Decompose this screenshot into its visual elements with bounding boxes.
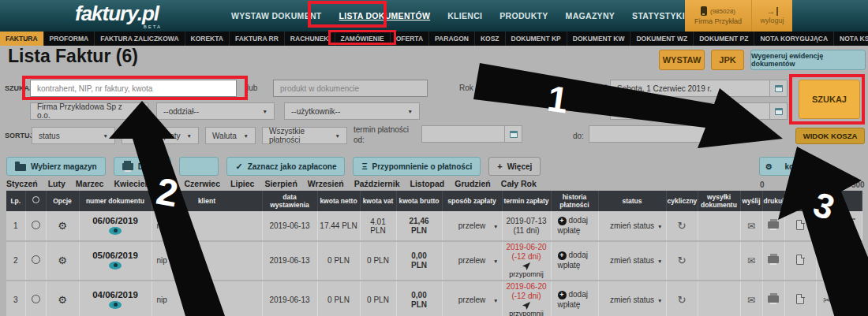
month-item[interactable]: Sierpień bbox=[264, 179, 297, 188]
document-number-cell[interactable]: 05/06/2019 bbox=[79, 241, 152, 281]
add-payment-icon[interactable]: + bbox=[558, 251, 567, 260]
month-item[interactable]: Marzec bbox=[76, 179, 104, 188]
header-podobny[interactable]: podobny bbox=[784, 191, 816, 211]
month-item[interactable]: Maj bbox=[160, 179, 174, 188]
trash-icon[interactable] bbox=[846, 295, 854, 304]
header-sposob[interactable]: sposób zapłaty bbox=[442, 191, 502, 211]
row-select-cell[interactable] bbox=[25, 281, 46, 316]
envelope-icon[interactable]: ✉ bbox=[747, 255, 755, 266]
scissors-icon[interactable]: ✂ bbox=[823, 295, 831, 306]
similar-cell[interactable] bbox=[784, 211, 816, 241]
calendar-icon[interactable] bbox=[769, 80, 787, 96]
payments-filter-select[interactable]: Wszystkie płatności ▼ bbox=[262, 127, 347, 144]
year-select[interactable]: ---- ▼ bbox=[478, 80, 554, 97]
document-number-cell[interactable]: 06/06/2019 bbox=[79, 211, 152, 241]
recurring-cell[interactable]: ↻ bbox=[666, 281, 698, 316]
nav-item[interactable]: STATYSTYKI bbox=[632, 11, 685, 20]
page-size-option[interactable]: 0 bbox=[760, 180, 765, 189]
similar-cell[interactable] bbox=[784, 281, 816, 316]
reminder-link[interactable]: przypomnij bbox=[504, 302, 549, 316]
widok-kosza-button[interactable]: WIDOK KOSZA bbox=[795, 128, 865, 144]
tab[interactable]: FAKTURA RR bbox=[230, 32, 285, 46]
tab[interactable]: DOKUMENT PZ bbox=[694, 32, 754, 46]
status-sort-select[interactable]: status ▼ bbox=[32, 127, 115, 144]
header-klient[interactable]: klient bbox=[152, 191, 262, 211]
tab[interactable]: FAKTURA ZALICZKOWA bbox=[95, 32, 185, 46]
product-search-input[interactable] bbox=[273, 80, 428, 97]
header-numer[interactable]: numer dokumentu bbox=[79, 191, 152, 211]
header-vat[interactable]: kwota vat bbox=[360, 191, 396, 211]
delete-cell[interactable] bbox=[838, 281, 862, 316]
printer-icon[interactable] bbox=[768, 256, 779, 263]
szukaj-button[interactable]: SZUKAJ bbox=[799, 80, 860, 119]
print-cell[interactable] bbox=[762, 241, 784, 281]
header-wyslij[interactable]: wyślij bbox=[740, 191, 762, 211]
header-drukuj[interactable]: drukuj bbox=[762, 191, 784, 211]
generate-records-button[interactable]: Wygeneruj ewidencję dokumentów bbox=[750, 50, 866, 70]
payment-type-select[interactable]: Rodzaj zapłaty ▼ bbox=[122, 127, 199, 144]
tab[interactable]: OFERTA bbox=[391, 32, 429, 46]
app-logo[interactable]: faktury.pl BETA bbox=[75, 2, 159, 26]
eye-icon[interactable] bbox=[109, 301, 122, 309]
envelope-icon[interactable]: ✉ bbox=[747, 221, 755, 232]
refresh-icon[interactable]: ↻ bbox=[678, 255, 687, 266]
tab[interactable]: FAKTURA bbox=[0, 32, 44, 46]
date-to-field[interactable]: Sobota, 1 Czerwiec 2019 r. bbox=[610, 102, 788, 120]
printer-icon[interactable] bbox=[768, 221, 779, 229]
nav-item[interactable]: KLIENCI bbox=[447, 11, 482, 20]
header-brutto[interactable]: kwota brutto bbox=[396, 191, 442, 211]
header-opcje[interactable]: Opcje bbox=[46, 191, 79, 211]
copy-document-icon[interactable] bbox=[796, 294, 804, 304]
extra-cell[interactable]: ✂ bbox=[816, 281, 838, 316]
envelope-icon[interactable]: ✉ bbox=[747, 295, 755, 306]
header-lp[interactable]: Lp. bbox=[6, 191, 25, 211]
month-item[interactable]: Cały Rok bbox=[501, 179, 537, 188]
wystaw-button[interactable]: WYSTAW bbox=[659, 50, 705, 70]
more-button[interactable]: + Więcej bbox=[488, 157, 541, 176]
eye-icon[interactable] bbox=[109, 262, 122, 270]
extra-cell[interactable]: ✂ bbox=[816, 211, 838, 241]
similar-cell[interactable] bbox=[784, 241, 816, 281]
deadline-from-field[interactable] bbox=[421, 125, 522, 143]
nav-item[interactable]: PRODUKTY bbox=[499, 11, 548, 20]
tab[interactable]: KOSZ bbox=[475, 32, 506, 46]
nav-item[interactable]: WYSTAW DOKUMENT bbox=[231, 11, 322, 20]
header-cykliczny[interactable]: cykliczny bbox=[666, 191, 698, 211]
header-select[interactable] bbox=[25, 191, 46, 211]
month-item[interactable]: Listopad bbox=[410, 179, 445, 188]
document-number-cell[interactable]: 04/06/2019 bbox=[79, 281, 152, 316]
tab[interactable]: KOREKTA bbox=[185, 32, 230, 46]
delete-cell[interactable] bbox=[838, 211, 862, 241]
user-select[interactable]: --użytkownik-- ▼ bbox=[284, 102, 420, 120]
print-cell[interactable] bbox=[762, 281, 784, 316]
month-item[interactable]: Czerwiec bbox=[185, 179, 221, 188]
add-payment-icon[interactable]: + bbox=[558, 291, 567, 299]
tab[interactable]: PARAGON bbox=[429, 32, 475, 46]
payment-history-cell[interactable]: +dodaj wpłatę bbox=[551, 211, 598, 241]
header-data[interactable]: data wystawienia bbox=[262, 191, 317, 211]
calendar-icon[interactable] bbox=[504, 126, 522, 142]
payment-method-select[interactable]: przelew ▼ bbox=[442, 281, 502, 316]
header-netto[interactable]: kwota netto bbox=[317, 191, 360, 211]
date-from-field[interactable]: Sobota, 1 Czerwiec 2019 r. bbox=[610, 80, 788, 97]
document-number[interactable]: 05/06/2019 bbox=[81, 251, 150, 260]
row-select-cell[interactable] bbox=[25, 241, 46, 281]
recurring-cell[interactable]: ↻ bbox=[666, 241, 698, 281]
search-input[interactable] bbox=[30, 80, 237, 97]
radio-icon[interactable] bbox=[32, 295, 40, 303]
gear-icon[interactable]: ⚙ bbox=[58, 220, 67, 232]
status-select[interactable]: zmień status ▼ bbox=[598, 241, 666, 281]
page-size-option[interactable]: 500 bbox=[851, 180, 865, 189]
month-item[interactable]: Wrzesień bbox=[308, 179, 344, 188]
tab[interactable]: PROFORMA bbox=[44, 32, 95, 46]
radio-icon[interactable] bbox=[32, 255, 40, 264]
month-item[interactable]: Kwiecień bbox=[114, 179, 150, 188]
trash-icon[interactable] bbox=[846, 255, 854, 265]
header-termin[interactable]: termin zapłaty bbox=[502, 191, 551, 211]
print-cell[interactable] bbox=[762, 211, 784, 241]
tab[interactable]: RACHUNEK bbox=[285, 32, 335, 46]
status-select[interactable]: zmień status ▼ bbox=[598, 281, 666, 316]
month-item[interactable]: Październik bbox=[354, 179, 400, 188]
copy-document-icon[interactable] bbox=[796, 255, 804, 265]
delete-cell[interactable] bbox=[838, 241, 862, 281]
